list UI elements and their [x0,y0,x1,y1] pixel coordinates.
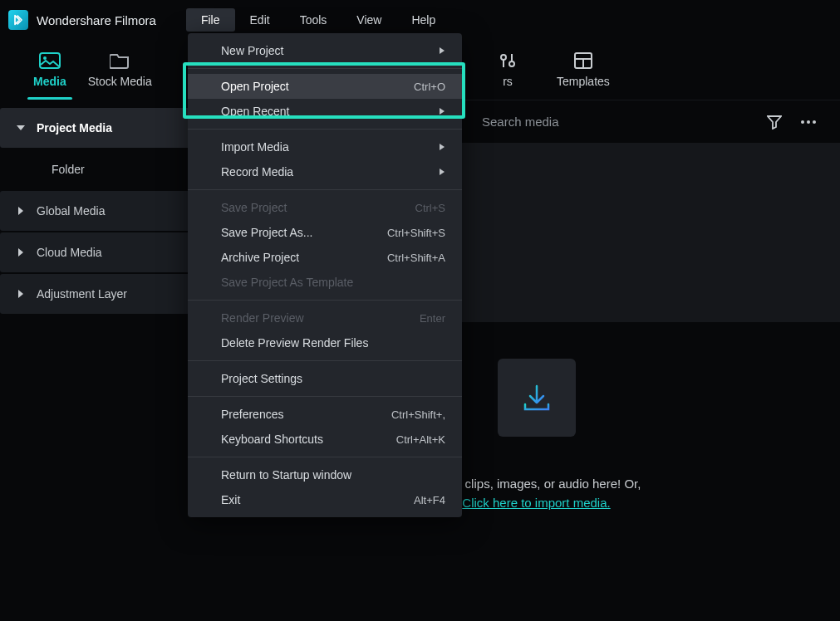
search-input[interactable] [482,115,767,129]
folder-icon [110,51,130,70]
app-name: Wondershare Filmora [37,13,156,27]
menu-separator [188,129,462,130]
menu-archive-project-label: Archive Project [221,251,387,264]
menu-save-project: Save Project Ctrl+S [188,195,462,220]
menu-return-startup-label: Return to Startup window [221,468,445,482]
more-icon[interactable] [800,120,817,125]
menu-open-recent[interactable]: Open Recent [188,99,462,124]
chevron-down-icon [13,124,28,132]
sidebar-adjustment-layer-label: Adjustment Layer [37,287,127,301]
menu-new-project-label: New Project [221,44,434,57]
menu-preferences-label: Preferences [221,408,391,421]
menu-delete-preview-label: Delete Preview Render Files [221,336,445,350]
menu-save-project-shortcut: Ctrl+S [415,202,445,214]
tab-templates[interactable]: Templates [557,51,610,88]
tab-partial-effects[interactable]: rs [499,51,517,88]
submenu-arrow-icon [434,169,445,175]
menu-exit-shortcut: Alt+F4 [414,494,445,506]
sidebar-folder-label: Folder [52,163,85,176]
tab-templates-label: Templates [557,75,610,88]
menu-save-project-label: Save Project [221,201,415,214]
menu-keyboard-shortcuts[interactable]: Keyboard Shortcuts Ctrl+Alt+K [188,427,462,452]
menu-save-project-as-label: Save Project As... [221,226,387,239]
import-icon[interactable] [498,359,576,437]
menu-open-project-label: Open Project [221,80,414,93]
menu-save-as-template: Save Project As Template [188,270,462,295]
svg-rect-0 [40,53,60,68]
menu-record-media[interactable]: Record Media [188,159,462,184]
svg-point-2 [501,55,506,60]
menu-save-project-as[interactable]: Save Project As... Ctrl+Shift+S [188,220,462,245]
import-media-link[interactable]: Click here to import media. [462,496,610,510]
chevron-right-icon [13,207,28,215]
menu-save-as-template-label: Save Project As Template [221,276,445,289]
menu-open-recent-label: Open Recent [221,105,434,118]
svg-point-10 [807,120,810,124]
menu-delete-preview[interactable]: Delete Preview Render Files [188,330,462,355]
menu-project-settings-label: Project Settings [221,372,445,385]
menu-render-preview: Render Preview Enter [188,306,462,330]
svg-point-1 [43,56,47,60]
menu-render-preview-label: Render Preview [221,311,420,325]
menu-preferences-shortcut: Ctrl+Shift+, [391,408,445,421]
menu-separator [188,189,462,190]
menu-open-project[interactable]: Open Project Ctrl+O [188,74,462,99]
sliders-icon [499,51,517,70]
menu-separator [188,396,462,397]
tab-partial-effects-label: rs [503,75,513,88]
drop-hint-text: video clips, images, or audio here! Or, [432,477,641,491]
menu-new-project[interactable]: New Project [188,38,462,63]
tab-stock-media[interactable]: Stock Media [88,51,152,88]
menu-archive-project-shortcut: Ctrl+Shift+A [387,252,445,264]
menu-separator [188,360,462,361]
menu-import-media[interactable]: Import Media [188,134,462,159]
tab-media-label: Media [33,75,66,88]
menu-view[interactable]: View [341,8,396,32]
menu-archive-project[interactable]: Archive Project Ctrl+Shift+A [188,245,462,270]
chevron-right-icon [13,248,28,257]
menu-separator [188,68,462,69]
menu-exit[interactable]: Exit Alt+F4 [188,487,462,512]
menu-separator [188,300,462,301]
submenu-arrow-icon [434,144,445,150]
menu-save-project-as-shortcut: Ctrl+Shift+S [387,227,445,239]
app-logo [8,10,28,30]
menubar: File Edit Tools View Help [186,8,450,32]
menu-keyboard-shortcuts-label: Keyboard Shortcuts [221,433,396,446]
menu-project-settings[interactable]: Project Settings [188,366,462,391]
svg-point-9 [801,120,804,124]
menu-separator [188,457,462,457]
media-icon [39,51,61,70]
menu-tools[interactable]: Tools [285,8,342,32]
menu-render-preview-shortcut: Enter [420,312,445,325]
templates-icon [574,51,592,70]
menu-record-media-label: Record Media [221,165,434,178]
chevron-right-icon [13,290,28,298]
tab-media[interactable]: Media [33,51,66,88]
menu-preferences[interactable]: Preferences Ctrl+Shift+, [188,402,462,427]
sidebar-project-media-label: Project Media [37,121,112,134]
svg-point-4 [509,61,514,66]
menu-file[interactable]: File [186,8,235,32]
menu-keyboard-shortcuts-shortcut: Ctrl+Alt+K [396,433,445,446]
filter-icon[interactable] [767,115,782,130]
file-menu-dropdown: New Project Open Project Ctrl+O Open Rec… [188,33,462,517]
menu-edit[interactable]: Edit [235,8,285,32]
sidebar-global-media-label: Global Media [37,204,106,218]
menu-help[interactable]: Help [396,8,450,32]
menu-return-startup[interactable]: Return to Startup window [188,462,462,487]
sidebar-cloud-media-label: Cloud Media [37,246,102,259]
menu-import-media-label: Import Media [221,140,434,154]
submenu-arrow-icon [434,47,445,54]
tab-stock-media-label: Stock Media [88,75,152,88]
menu-exit-label: Exit [221,493,414,506]
submenu-arrow-icon [434,108,445,115]
menu-open-project-shortcut: Ctrl+O [414,81,445,93]
svg-point-11 [813,120,816,124]
